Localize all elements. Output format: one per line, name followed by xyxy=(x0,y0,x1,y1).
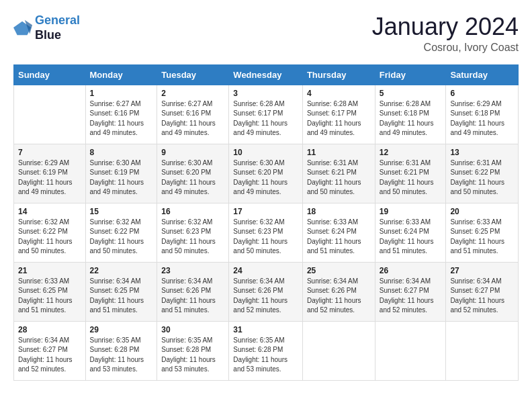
title-section: January 2024 Cosrou, Ivory Coast xyxy=(372,13,519,54)
day-info: Sunrise: 6:31 AMSunset: 6:22 PMDaylight:… xyxy=(450,158,514,197)
location: Cosrou, Ivory Coast xyxy=(372,42,519,54)
day-number: 31 xyxy=(233,325,298,334)
day-info: Sunrise: 6:34 AMSunset: 6:26 PMDaylight:… xyxy=(307,277,371,316)
day-number: 20 xyxy=(450,207,514,216)
calendar-day-cell: 1Sunrise: 6:27 AMSunset: 6:16 PMDaylight… xyxy=(85,85,157,144)
day-number: 24 xyxy=(233,266,298,275)
calendar-week-row: 1Sunrise: 6:27 AMSunset: 6:16 PMDaylight… xyxy=(14,85,519,144)
calendar-day-cell: 22Sunrise: 6:34 AMSunset: 6:25 PMDayligh… xyxy=(85,262,157,321)
calendar-day-cell: 17Sunrise: 6:32 AMSunset: 6:23 PMDayligh… xyxy=(229,203,303,262)
calendar-week-row: 21Sunrise: 6:33 AMSunset: 6:25 PMDayligh… xyxy=(14,262,519,321)
day-info: Sunrise: 6:34 AMSunset: 6:26 PMDaylight:… xyxy=(161,277,224,316)
day-number: 23 xyxy=(161,266,224,275)
day-info: Sunrise: 6:28 AMSunset: 6:17 PMDaylight:… xyxy=(307,99,371,138)
logo-icon xyxy=(13,19,32,38)
calendar-day-cell: 3Sunrise: 6:28 AMSunset: 6:17 PMDaylight… xyxy=(229,85,303,144)
calendar-day-cell: 31Sunrise: 6:35 AMSunset: 6:28 PMDayligh… xyxy=(229,321,303,380)
day-number: 12 xyxy=(380,148,442,157)
calendar-day-cell: 25Sunrise: 6:34 AMSunset: 6:26 PMDayligh… xyxy=(302,262,375,321)
day-number: 28 xyxy=(18,325,81,334)
calendar-day-cell: 23Sunrise: 6:34 AMSunset: 6:26 PMDayligh… xyxy=(157,262,229,321)
calendar-day-cell xyxy=(302,321,375,380)
day-info: Sunrise: 6:28 AMSunset: 6:18 PMDaylight:… xyxy=(380,99,442,138)
day-info: Sunrise: 6:34 AMSunset: 6:27 PMDaylight:… xyxy=(380,277,442,316)
day-info: Sunrise: 6:34 AMSunset: 6:27 PMDaylight:… xyxy=(18,336,81,375)
day-info: Sunrise: 6:32 AMSunset: 6:22 PMDaylight:… xyxy=(90,218,153,257)
calendar-day-cell: 8Sunrise: 6:30 AMSunset: 6:19 PMDaylight… xyxy=(85,144,157,203)
weekday-header: Friday xyxy=(375,64,446,85)
day-info: Sunrise: 6:30 AMSunset: 6:20 PMDaylight:… xyxy=(161,158,224,197)
day-number: 8 xyxy=(90,148,153,157)
day-number: 4 xyxy=(307,89,371,98)
day-number: 21 xyxy=(18,266,81,275)
calendar-day-cell: 26Sunrise: 6:34 AMSunset: 6:27 PMDayligh… xyxy=(375,262,446,321)
calendar-day-cell: 10Sunrise: 6:30 AMSunset: 6:20 PMDayligh… xyxy=(229,144,303,203)
day-info: Sunrise: 6:34 AMSunset: 6:25 PMDaylight:… xyxy=(90,277,153,316)
day-number: 14 xyxy=(18,207,81,216)
calendar-day-cell xyxy=(14,85,86,144)
calendar-table: SundayMondayTuesdayWednesdayThursdayFrid… xyxy=(13,64,519,381)
day-info: Sunrise: 6:31 AMSunset: 6:21 PMDaylight:… xyxy=(380,158,442,197)
weekday-header: Thursday xyxy=(302,64,375,85)
logo: General Blue xyxy=(13,13,80,42)
day-info: Sunrise: 6:32 AMSunset: 6:23 PMDaylight:… xyxy=(233,218,298,257)
weekday-header: Tuesday xyxy=(157,64,229,85)
day-info: Sunrise: 6:34 AMSunset: 6:26 PMDaylight:… xyxy=(233,277,298,316)
weekday-header: Wednesday xyxy=(229,64,303,85)
day-number: 2 xyxy=(161,89,224,98)
calendar-week-row: 28Sunrise: 6:34 AMSunset: 6:27 PMDayligh… xyxy=(14,321,519,380)
day-number: 16 xyxy=(161,207,224,216)
day-number: 13 xyxy=(450,148,514,157)
calendar-day-cell: 29Sunrise: 6:35 AMSunset: 6:28 PMDayligh… xyxy=(85,321,157,380)
calendar-day-cell: 21Sunrise: 6:33 AMSunset: 6:25 PMDayligh… xyxy=(14,262,86,321)
day-info: Sunrise: 6:32 AMSunset: 6:22 PMDaylight:… xyxy=(18,218,81,257)
day-number: 7 xyxy=(18,148,81,157)
calendar-day-cell: 6Sunrise: 6:29 AMSunset: 6:18 PMDaylight… xyxy=(446,85,519,144)
calendar-day-cell: 30Sunrise: 6:35 AMSunset: 6:28 PMDayligh… xyxy=(157,321,229,380)
calendar-day-cell: 13Sunrise: 6:31 AMSunset: 6:22 PMDayligh… xyxy=(446,144,519,203)
day-info: Sunrise: 6:33 AMSunset: 6:25 PMDaylight:… xyxy=(450,218,514,257)
calendar-day-cell: 5Sunrise: 6:28 AMSunset: 6:18 PMDaylight… xyxy=(375,85,446,144)
day-number: 10 xyxy=(233,148,298,157)
logo-text: General Blue xyxy=(35,13,80,42)
calendar-week-row: 14Sunrise: 6:32 AMSunset: 6:22 PMDayligh… xyxy=(14,203,519,262)
day-info: Sunrise: 6:35 AMSunset: 6:28 PMDaylight:… xyxy=(233,336,298,375)
day-number: 3 xyxy=(233,89,298,98)
day-number: 9 xyxy=(161,148,224,157)
calendar-day-cell: 12Sunrise: 6:31 AMSunset: 6:21 PMDayligh… xyxy=(375,144,446,203)
day-number: 18 xyxy=(307,207,371,216)
calendar-day-cell xyxy=(446,321,519,380)
day-info: Sunrise: 6:29 AMSunset: 6:19 PMDaylight:… xyxy=(18,158,81,197)
calendar-body: 1Sunrise: 6:27 AMSunset: 6:16 PMDaylight… xyxy=(14,85,519,380)
day-number: 5 xyxy=(380,89,442,98)
day-info: Sunrise: 6:28 AMSunset: 6:17 PMDaylight:… xyxy=(233,99,298,138)
calendar-day-cell xyxy=(375,321,446,380)
day-number: 11 xyxy=(307,148,371,157)
day-info: Sunrise: 6:33 AMSunset: 6:24 PMDaylight:… xyxy=(380,218,442,257)
day-number: 6 xyxy=(450,89,514,98)
day-info: Sunrise: 6:34 AMSunset: 6:27 PMDaylight:… xyxy=(450,277,514,316)
calendar-day-cell: 2Sunrise: 6:27 AMSunset: 6:16 PMDaylight… xyxy=(157,85,229,144)
calendar-header: SundayMondayTuesdayWednesdayThursdayFrid… xyxy=(14,64,519,85)
day-info: Sunrise: 6:32 AMSunset: 6:23 PMDaylight:… xyxy=(161,218,224,257)
day-info: Sunrise: 6:31 AMSunset: 6:21 PMDaylight:… xyxy=(307,158,371,197)
calendar-day-cell: 20Sunrise: 6:33 AMSunset: 6:25 PMDayligh… xyxy=(446,203,519,262)
day-info: Sunrise: 6:30 AMSunset: 6:19 PMDaylight:… xyxy=(90,158,153,197)
day-info: Sunrise: 6:35 AMSunset: 6:28 PMDaylight:… xyxy=(161,336,224,375)
calendar-day-cell: 24Sunrise: 6:34 AMSunset: 6:26 PMDayligh… xyxy=(229,262,303,321)
day-number: 27 xyxy=(450,266,514,275)
day-number: 22 xyxy=(90,266,153,275)
day-info: Sunrise: 6:27 AMSunset: 6:16 PMDaylight:… xyxy=(161,99,224,138)
day-info: Sunrise: 6:33 AMSunset: 6:25 PMDaylight:… xyxy=(18,277,81,316)
calendar-day-cell: 11Sunrise: 6:31 AMSunset: 6:21 PMDayligh… xyxy=(302,144,375,203)
calendar-day-cell: 14Sunrise: 6:32 AMSunset: 6:22 PMDayligh… xyxy=(14,203,86,262)
day-number: 1 xyxy=(90,89,153,98)
day-number: 15 xyxy=(90,207,153,216)
weekday-header-row: SundayMondayTuesdayWednesdayThursdayFrid… xyxy=(14,64,519,85)
day-number: 25 xyxy=(307,266,371,275)
day-number: 29 xyxy=(90,325,153,334)
day-info: Sunrise: 6:29 AMSunset: 6:18 PMDaylight:… xyxy=(450,99,514,138)
calendar-day-cell: 16Sunrise: 6:32 AMSunset: 6:23 PMDayligh… xyxy=(157,203,229,262)
month-title: January 2024 xyxy=(372,13,519,40)
calendar-day-cell: 28Sunrise: 6:34 AMSunset: 6:27 PMDayligh… xyxy=(14,321,86,380)
